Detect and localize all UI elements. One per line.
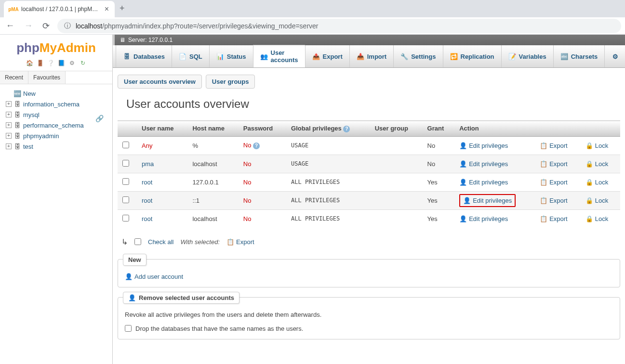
col-username[interactable]: User name [137,121,187,137]
expand-icon[interactable]: + [6,112,12,117]
user-row: pmalocalhostNoUSAGENo👤 Edit privileges📋 … [118,155,620,173]
address-bar[interactable]: ⓘ localhost/phpmyadmin/index.php?route=/… [57,19,621,33]
database-icon: 🗄 [13,100,21,108]
row-checkbox[interactable] [122,215,129,221]
export-user-link[interactable]: 📋 Export [540,160,568,168]
tab-icon: 📊 [216,52,224,60]
home-icon[interactable]: 🏠 [26,59,34,67]
reload-nav-icon[interactable]: ↻ [79,59,87,67]
lock-icon: 🔒 [585,215,593,222]
lock-user-link[interactable]: 🔒 Lock [585,160,608,168]
lock-user-link[interactable]: 🔒 Lock [585,197,608,204]
database-link[interactable]: performance_schema [23,122,84,129]
help-icon[interactable]: ? [253,143,260,149]
recent-tab[interactable]: Recent [0,71,28,84]
tab-export[interactable]: 📤Export [305,45,349,67]
check-all-checkbox[interactable] [134,238,141,245]
row-checkbox[interactable] [122,142,129,148]
check-all-link[interactable]: Check all [148,238,173,246]
edit-privileges-link[interactable]: 👤 Edit privileges [459,160,508,168]
export-user-link[interactable]: 📋 Export [540,142,568,149]
row-checkbox[interactable] [122,160,129,167]
breadcrumb-server[interactable]: 🖥 Server: 127.0.0.1 [113,35,625,45]
username-cell[interactable]: root [137,173,187,191]
help-icon[interactable]: ? [343,126,350,132]
database-link[interactable]: information_schema [23,101,80,108]
edit-privileges-link[interactable]: 👤 Edit privileges [459,142,508,149]
database-link[interactable]: test [23,143,33,150]
tab-user-accounts[interactable]: 👥User accounts [253,45,305,67]
check-all-row: ↳ Check all With selected: 📋 Export [118,234,620,249]
row-checkbox[interactable] [122,196,129,203]
tab-icon: 🗄 [123,52,131,60]
tab-import[interactable]: 📥Import [349,45,393,67]
sql-docs-icon[interactable]: 📘 [58,59,66,67]
link-icon[interactable]: 🔗 [95,115,104,122]
database-link[interactable]: phpmyadmin [23,132,59,140]
export-user-link[interactable]: 📋 Export [540,179,568,186]
with-selected-label: With selected: [180,238,220,246]
back-button[interactable]: ← [4,19,16,33]
close-tab-icon[interactable]: × [105,5,109,13]
edit-privileges-link[interactable]: 👤 Edit privileges [463,197,512,204]
usergroup-cell [370,136,423,155]
expand-icon[interactable]: + [6,101,12,107]
tab-databases[interactable]: 🗄Databases [116,45,172,67]
subtab-groups[interactable]: User groups [206,75,255,89]
username-cell[interactable]: root [137,191,187,209]
host-cell: 127.0.0.1 [187,173,238,191]
username-cell[interactable]: pma [137,155,187,173]
tab-sql[interactable]: 📄SQL [172,45,209,67]
drop-db-option[interactable]: Drop the databases that have the same na… [125,325,613,332]
tab-replication[interactable]: 🔁Replication [443,45,501,67]
edit-privileges-link[interactable]: 👤 Edit privileges [459,215,508,222]
export-selected-link[interactable]: 📋 Export [226,238,254,246]
edit-privileges-link[interactable]: 👤 Edit privileges [459,179,508,186]
password-cell: No [239,155,286,173]
database-link[interactable]: mysql [23,111,40,118]
database-node[interactable]: +🗄performance_schema [2,120,110,130]
new-database[interactable]: 🆕 New [2,88,110,99]
site-info-icon[interactable]: ⓘ [64,22,71,30]
phpmyadmin-logo[interactable]: phpMyAdmin [0,35,112,57]
tab-more[interactable]: ⚙ [604,45,625,67]
lock-icon: 🔒 [585,142,593,149]
export-user-link[interactable]: 📋 Export [540,215,568,222]
docs-icon[interactable]: ❔ [47,59,55,67]
tab-settings[interactable]: 🔧Settings [393,45,442,67]
expand-icon[interactable]: + [6,133,12,139]
col-hostname[interactable]: Host name [187,121,238,137]
database-node[interactable]: +🗄information_schema [2,99,110,109]
lock-user-link[interactable]: 🔒 Lock [585,179,608,186]
reload-button[interactable]: ⟳ [40,19,52,33]
add-user-link[interactable]: 👤 Add user account [125,273,183,280]
user-row: Any%No ?USAGENo👤 Edit privileges📋 Export… [118,136,620,155]
lock-user-link[interactable]: 🔒 Lock [585,215,608,222]
favourites-tab[interactable]: Favourites [28,71,66,84]
export-user-link[interactable]: 📋 Export [540,197,568,204]
new-tab-button[interactable]: + [115,0,130,17]
browser-tab[interactable]: pMA localhost / 127.0.0.1 | phpMyAdmin × [4,1,115,17]
expand-icon[interactable]: + [6,143,12,149]
remove-panel: 👤 Remove selected user accounts Revoke a… [118,297,620,339]
expand-icon[interactable]: + [6,122,12,128]
database-node[interactable]: +🗄test [2,141,110,152]
forward-button[interactable]: → [22,19,35,33]
username-cell[interactable]: Any [137,136,187,155]
tab-charsets[interactable]: 🔤Charsets [553,45,605,67]
logout-icon[interactable]: 🚪 [37,59,44,67]
user-edit-icon: 👤 [459,215,467,222]
tab-status[interactable]: 📊Status [209,45,253,67]
tab-icon: 📄 [179,52,186,60]
new-panel: New 👤 Add user account [118,259,620,287]
lock-user-link[interactable]: 🔒 Lock [585,142,608,149]
subtab-overview[interactable]: User accounts overview [118,75,202,89]
row-checkbox[interactable] [122,178,129,185]
database-node[interactable]: +🗄mysql [2,109,110,120]
settings-icon[interactable]: ⚙ [68,59,76,67]
privileges-cell: ALL PRIVILEGES [286,191,370,209]
drop-db-checkbox[interactable] [125,325,132,332]
database-node[interactable]: +🗄phpmyadmin [2,130,110,141]
tab-variables[interactable]: 📝Variables [501,45,553,67]
username-cell[interactable]: root [137,209,187,228]
